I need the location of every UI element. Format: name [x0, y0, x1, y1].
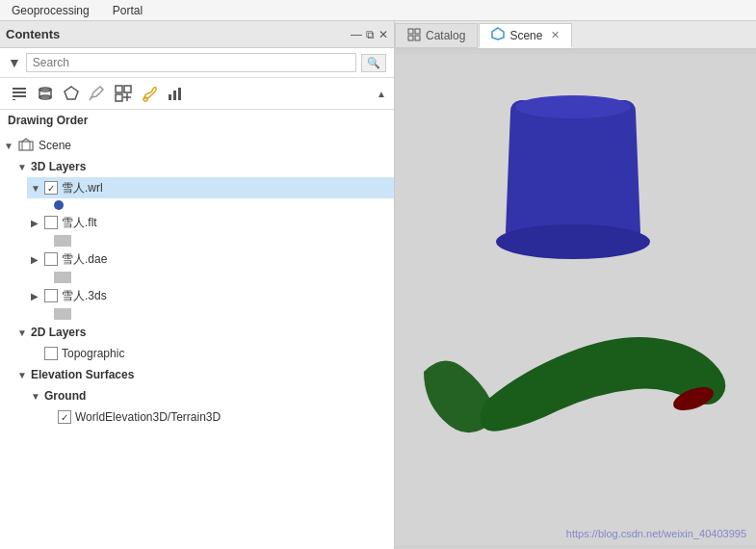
contents-title: Contents [6, 27, 60, 41]
chart-button[interactable] [164, 82, 187, 105]
layer-3ds-label: 雪人.3ds [62, 288, 107, 304]
svg-point-14 [143, 97, 147, 101]
layer-wrl-symbol [54, 200, 64, 210]
catalog-tab-label: Catalog [426, 29, 465, 42]
pencil-button[interactable] [86, 82, 109, 105]
svg-rect-2 [13, 95, 26, 97]
pin-icon[interactable]: — [351, 28, 362, 41]
svg-rect-23 [408, 36, 413, 40]
tab-bar: Catalog Scene ✕ [395, 21, 756, 50]
svg-point-28 [515, 95, 631, 118]
layer-dae-expand: ▶ [31, 254, 44, 265]
ground-label: Ground [44, 389, 86, 403]
scene-expand-arrow: ▼ [4, 141, 17, 151]
elevation-surfaces-item[interactable]: ▼ Elevation Surfaces [13, 364, 394, 385]
svg-rect-9 [116, 86, 122, 92]
svg-rect-16 [173, 91, 176, 100]
scene-tab-icon [491, 27, 505, 43]
list-view-button[interactable] [8, 82, 31, 105]
3d-layers-label: 3D Layers [31, 160, 86, 173]
world-elev-label: WorldElevation3D/Terrain3D [75, 410, 221, 424]
layer-3ds-symbol [54, 308, 71, 320]
layer-dae-symbol [54, 272, 71, 283]
paint-button[interactable] [138, 82, 161, 105]
elevation-surfaces-label: Elevation Surfaces [31, 368, 134, 381]
scene-label: Scene [39, 139, 71, 152]
svg-marker-25 [492, 28, 504, 39]
top-bar: Geoprocessing Portal [0, 0, 756, 21]
add-layer-button[interactable] [112, 82, 135, 105]
world-elevation-item[interactable]: ✓ WorldElevation3D/Terrain3D [40, 406, 394, 428]
scene-tab[interactable]: Scene ✕ [479, 23, 572, 48]
svg-rect-24 [415, 36, 420, 40]
layer-wrl-label: 雪人.wrl [62, 180, 103, 196]
topo-checkbox[interactable] [44, 347, 58, 360]
svg-rect-11 [116, 94, 122, 101]
layer-3ds-expand: ▶ [31, 291, 44, 301]
cylinder-button[interactable] [34, 82, 57, 105]
catalog-tab[interactable]: Catalog [395, 23, 478, 48]
polygon-button[interactable] [60, 82, 83, 105]
topographic-item[interactable]: Topographic [27, 343, 394, 364]
layer-wrl-expand: ▼ [31, 183, 44, 194]
3d-layers-expand: ▼ [17, 162, 31, 172]
list-icon [11, 85, 28, 102]
header-actions: — ⧉ ✕ [351, 28, 388, 41]
layer-3ds-checkbox[interactable] [44, 289, 58, 302]
2d-layers-item[interactable]: ▼ 2D Layers [13, 322, 394, 343]
catalog-icon [407, 28, 421, 44]
portal-menu[interactable]: Portal [101, 4, 154, 17]
svg-rect-21 [408, 29, 413, 34]
svg-rect-1 [13, 92, 26, 93]
polygon-icon [63, 85, 80, 102]
contents-toolbar: ▲ [0, 78, 394, 110]
layer-flt-expand: ▶ [31, 218, 44, 228]
layer-flt-item[interactable]: ▶ 雪人.flt [27, 212, 394, 233]
chart-icon [167, 85, 184, 102]
float-icon[interactable]: ⧉ [366, 28, 375, 41]
layer-flt-symbol [54, 235, 71, 247]
collapse-toolbar-button[interactable]: ▲ [377, 89, 386, 99]
svg-rect-18 [19, 142, 33, 150]
elevation-expand: ▼ [17, 370, 31, 380]
drawing-order-label: Drawing Order [8, 114, 88, 127]
topo-label: Topographic [62, 347, 124, 360]
geoprocessing-menu[interactable]: Geoprocessing [0, 4, 101, 17]
layer-dae-item[interactable]: ▶ 雪人.dae [27, 248, 394, 270]
cylinder-icon [37, 85, 54, 102]
layer-dae-checkbox[interactable] [44, 252, 58, 266]
layer-wrl-item[interactable]: ▼ ✓ 雪人.wrl [27, 177, 394, 198]
scene-item[interactable]: ▼ Scene [0, 135, 394, 156]
svg-line-8 [90, 97, 91, 100]
layer-dae-label: 雪人.dae [62, 251, 107, 268]
layer-flt-label: 雪人.flt [62, 215, 97, 231]
3d-layers-item[interactable]: ▼ 3D Layers [13, 156, 394, 177]
svg-rect-10 [124, 86, 131, 92]
paint-icon [141, 85, 158, 102]
layer-flt-checkbox[interactable] [44, 216, 58, 229]
layer-wrl-checkbox[interactable]: ✓ [44, 181, 58, 195]
svg-rect-22 [415, 29, 420, 34]
scene-tab-label: Scene [509, 29, 542, 42]
search-bar: ▼ 🔍 [0, 48, 394, 78]
layer-tree[interactable]: ▼ Scene ▼ 3D Layers ▼ ✓ [0, 131, 394, 549]
contents-panel: Contents — ⧉ ✕ ▼ 🔍 [0, 21, 395, 549]
world-elev-checkbox[interactable]: ✓ [58, 410, 71, 424]
scene-tab-close[interactable]: ✕ [551, 29, 560, 41]
scene-icon [17, 137, 35, 154]
2d-layers-expand: ▼ [17, 327, 31, 338]
watermark: https://blog.csdn.net/weixin_40403995 [566, 528, 746, 539]
scene-panel: Catalog Scene ✕ [395, 21, 756, 549]
ground-item[interactable]: ▼ Ground [27, 385, 394, 406]
svg-rect-0 [13, 88, 26, 90]
pencil-icon [89, 85, 106, 102]
contents-header: Contents — ⧉ ✕ [0, 21, 394, 48]
main-area: Contents — ⧉ ✕ ▼ 🔍 [0, 21, 756, 549]
ground-expand: ▼ [31, 391, 44, 402]
search-button[interactable]: 🔍 [361, 54, 386, 72]
scene-canvas[interactable]: https://blog.csdn.net/weixin_40403995 [395, 50, 756, 549]
svg-rect-17 [178, 88, 181, 100]
close-icon[interactable]: ✕ [378, 28, 388, 41]
search-input[interactable] [26, 53, 356, 72]
layer-3ds-item[interactable]: ▶ 雪人.3ds [27, 285, 394, 306]
